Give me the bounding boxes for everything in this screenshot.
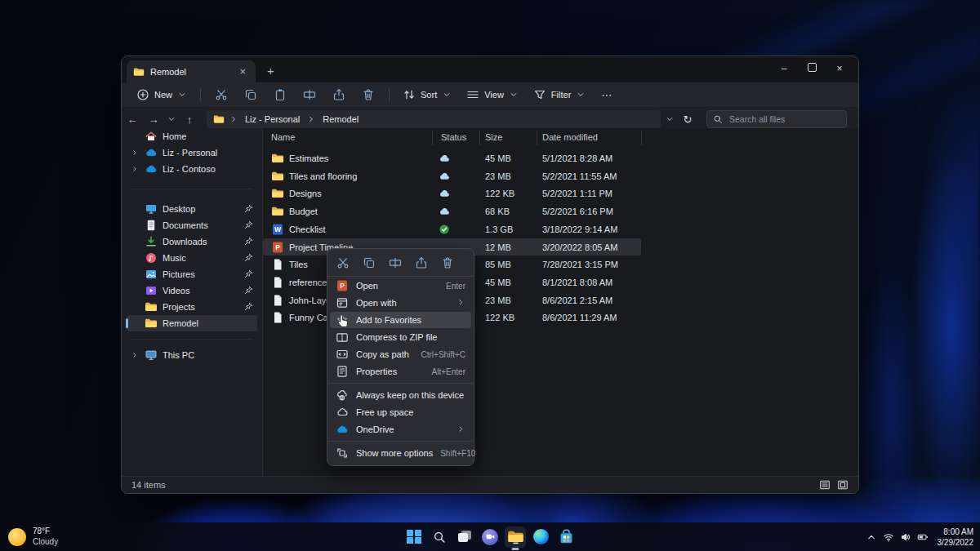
taskbar-task-view-button[interactable] [454,527,475,548]
file-row-designs[interactable]: Designs 122 KB 5/2/2021 1:11 PM [263,184,641,202]
show-more-icon [336,447,349,460]
file-row-checklist[interactable]: W Checklist 1.3 GB 3/18/2022 9:14 AM [263,220,641,238]
menu-item-onedrive[interactable]: OneDrive [330,421,471,438]
rename-button[interactable] [296,85,323,104]
new-icon [136,88,149,101]
refresh-button[interactable]: ↻ [677,113,698,126]
paste-button[interactable] [266,85,294,104]
minimize-button[interactable]: – [770,63,798,74]
large-icons-view-button[interactable] [837,479,849,491]
filter-button[interactable]: Filter [527,85,592,104]
expander-chevron-icon[interactable] [130,165,140,173]
menu-item-open[interactable]: P Open Enter [330,278,471,294]
details-view-button[interactable] [819,479,831,491]
column-header-status[interactable]: Status [441,132,466,142]
taskbar-search-button[interactable] [429,527,450,548]
taskbar-edge-button[interactable] [530,527,551,548]
breadcrumb-remodel[interactable]: Remodel [320,113,361,125]
forward-button[interactable]: → [143,113,164,126]
up-button[interactable]: ↑ [179,113,200,126]
menu-item-always-keep-on-this-device[interactable]: Always keep on this device [330,387,471,403]
rename-button[interactable] [386,255,404,271]
sidebar-item-liz-personal[interactable]: Liz - Personal [127,144,257,161]
see-more-button[interactable]: ⋯ [594,87,619,104]
expander-chevron-icon[interactable] [130,149,140,157]
copy-button[interactable] [237,85,265,104]
column-divider[interactable] [432,131,433,145]
menu-item-free-up-space[interactable]: Free up space [330,404,471,420]
breadcrumb-liz-personal[interactable]: Liz - Personal [243,113,302,125]
documents-icon [145,219,158,232]
expander-chevron-icon[interactable] [130,351,140,359]
menu-item-properties[interactable]: Properties Alt+Enter [330,363,471,380]
search-box[interactable] [706,110,847,128]
sidebar-item-music[interactable]: Music [127,250,257,266]
desktop-icon [145,202,158,216]
recent-locations-button[interactable] [164,114,179,124]
share-button[interactable] [412,255,430,271]
share-button[interactable] [325,85,353,104]
menu-divider [328,383,473,384]
column-header-date-modified[interactable]: Date modified [542,132,598,142]
back-button[interactable]: ← [122,113,143,126]
menu-item-open-with[interactable]: Open with [330,295,471,311]
maximize-button[interactable] [798,63,826,74]
sidebar-item-remodel[interactable]: Remodel [127,315,257,331]
battery-icon[interactable] [917,531,929,543]
sidebar-item-liz-contoso[interactable]: Liz - Contoso [127,161,257,177]
taskbar-chat-button[interactable] [479,527,501,548]
sidebar-item-pictures[interactable]: Pictures [127,266,257,282]
sidebar-item-projects[interactable]: Projects [127,299,257,315]
menu-item-copy-as-path[interactable]: Copy as path Ctrl+Shift+C [330,346,471,362]
taskbar-file-explorer-button[interactable] [505,527,526,548]
column-divider[interactable] [641,131,642,145]
column-header-name[interactable]: Name [271,132,295,142]
sort-button[interactable]: Sort [396,85,458,104]
sidebar-item-downloads[interactable]: Downloads [127,233,257,250]
taskbar-store-button[interactable] [555,527,577,548]
file-row-budget[interactable]: Budget 68 KB 5/2/2021 6:16 PM [263,202,641,220]
tab-remodel[interactable]: Remodel × [127,60,256,82]
close-button[interactable]: × [826,63,853,74]
status-cloud-icon [438,152,451,165]
wifi-icon[interactable] [883,531,894,543]
new-button[interactable]: New [130,85,194,104]
chevron-down-icon [442,90,452,100]
clock[interactable]: 8:00 AM 3/29/2022 [938,527,974,548]
file-row-estimates[interactable]: Estimates 45 MB 5/1/2021 8:28 AM [263,149,641,167]
delete-icon [441,256,454,269]
delete-button[interactable] [354,85,382,104]
cut-button[interactable] [334,255,352,271]
view-button[interactable]: View [460,85,525,104]
tab-close-icon[interactable]: × [236,64,249,78]
sidebar-item-videos[interactable]: Videos [127,282,257,299]
file-row-tiles-and-flooring[interactable]: Tiles and flooring 23 MB 5/2/2021 11:55 … [263,167,641,184]
column-divider[interactable] [537,131,537,145]
weather-widget[interactable]: 78°F Cloudy [8,527,58,547]
sidebar-item-this-pc[interactable]: This PC [127,347,257,363]
address-dropdown-button[interactable] [662,114,677,124]
taskbar-start-button[interactable] [403,527,425,548]
folder-icon [271,205,284,218]
tray-time: 8:00 AM [938,527,974,537]
chat-icon [482,529,498,545]
taskbar-apps [403,527,577,548]
volume-icon[interactable] [900,531,911,543]
column-header-size[interactable]: Size [485,132,502,142]
chevron-down-icon [167,114,176,124]
sidebar-item-documents[interactable]: Documents [127,217,257,233]
maximize-icon [808,63,817,72]
copy-button[interactable] [360,255,378,271]
menu-item-compress-to-zip-file[interactable]: Compress to ZIP file [330,329,471,345]
folder-icon [271,187,284,200]
sidebar-item-desktop[interactable]: Desktop [127,201,257,217]
menu-item-show-more-options[interactable]: Show more options Shift+F10 [330,445,471,461]
status-bar: 14 items [122,476,858,493]
cut-button[interactable] [207,85,235,104]
delete-button[interactable] [439,255,457,271]
sidebar-item-home[interactable]: Home [127,128,257,144]
new-tab-button[interactable]: + [264,63,278,78]
hidden-icons-button[interactable] [866,531,877,543]
search-input[interactable] [728,113,840,125]
column-divider[interactable] [479,131,480,145]
